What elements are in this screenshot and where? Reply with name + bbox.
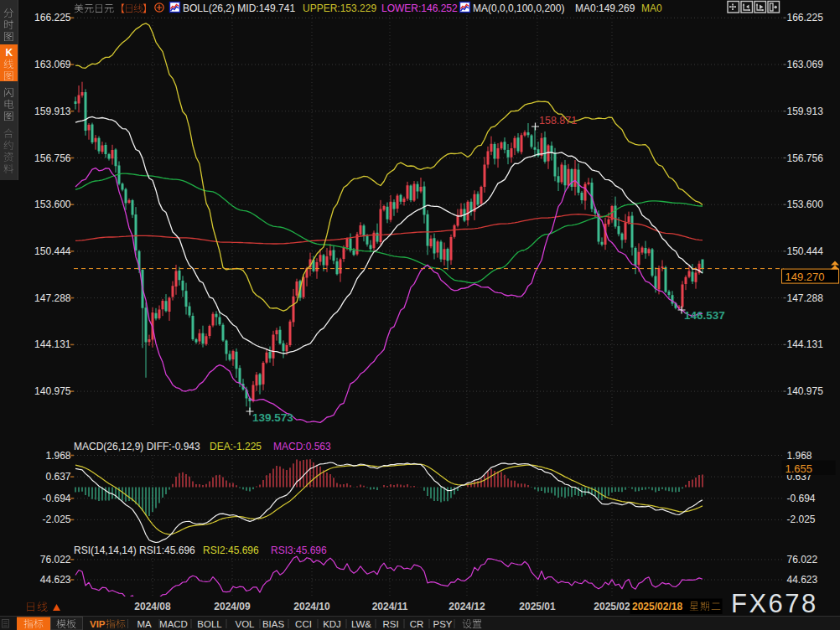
svg-text:139.573: 139.573 [252,411,293,424]
svg-text:-2.025: -2.025 [42,514,70,525]
svg-text:RSI2:45.696: RSI2:45.696 [203,545,259,556]
svg-text:0.637: 0.637 [45,471,70,483]
svg-text:140.975: 140.975 [34,385,71,397]
svg-text:MACD: MACD [159,619,188,629]
svg-text:1.968: 1.968 [45,450,70,462]
svg-text:163.069: 163.069 [787,59,824,70]
svg-text:2024/12: 2024/12 [449,601,485,612]
svg-text:-0.694: -0.694 [42,493,70,504]
svg-text:MA(0,0,0,100,0,200): MA(0,0,0,100,0,200) [473,3,564,14]
svg-text:MA0:149.269: MA0:149.269 [575,3,635,14]
svg-text:2024/08: 2024/08 [134,601,171,612]
svg-text:140.975: 140.975 [787,385,824,397]
svg-text:FX678: FX678 [731,589,818,618]
svg-text:CR: CR [410,619,424,629]
svg-text:-2.025: -2.025 [787,514,816,525]
svg-text:MA: MA [137,619,152,629]
svg-text:BOLL: BOLL [197,619,222,629]
svg-text:144.131: 144.131 [34,338,71,350]
svg-text:44.623: 44.623 [787,574,818,586]
svg-text:153.600: 153.600 [34,199,71,210]
svg-text:-0.694: -0.694 [787,493,816,504]
svg-text:149.270: 149.270 [786,271,825,283]
svg-text:76.022: 76.022 [787,554,818,565]
svg-text:156.756: 156.756 [34,152,71,164]
svg-text:MACD(26,12,9) DIFF:-0.943: MACD(26,12,9) DIFF:-0.943 [74,441,200,452]
svg-text:158.871: 158.871 [539,115,577,127]
svg-text:2024/09: 2024/09 [214,601,251,612]
svg-text:DEA:-1.225: DEA:-1.225 [210,441,262,452]
svg-text:44.623: 44.623 [40,574,71,586]
svg-text:2025/02/18: 2025/02/18 [632,601,682,612]
svg-text:1.968: 1.968 [787,450,812,462]
svg-text:153.600: 153.600 [787,199,824,210]
svg-text:150.444: 150.444 [787,245,824,257]
svg-text:2024/10: 2024/10 [293,601,330,612]
svg-text:156.756: 156.756 [787,152,824,164]
svg-text:147.288: 147.288 [34,292,71,304]
svg-text:MACD:0.563: MACD:0.563 [273,441,331,452]
svg-text:MA0: MA0 [641,3,662,14]
svg-text:76.022: 76.022 [40,554,71,565]
svg-text:UPPER:153.229: UPPER:153.229 [303,3,376,14]
svg-text:RSI(14,14,14) RSI1:45.696: RSI(14,14,14) RSI1:45.696 [74,545,195,556]
svg-text:BOLL(26,2) MID:149.741: BOLL(26,2) MID:149.741 [183,3,295,14]
svg-text:144.131: 144.131 [787,338,824,350]
svg-text:166.225: 166.225 [787,12,824,23]
svg-text:163.069: 163.069 [34,59,71,70]
svg-text:159.913: 159.913 [34,106,71,117]
svg-text:166.225: 166.225 [34,12,71,23]
svg-text:146.537: 146.537 [684,309,725,322]
svg-text:150.444: 150.444 [34,245,71,257]
svg-text:RSI3:45.696: RSI3:45.696 [271,545,327,556]
svg-text:K: K [6,47,13,59]
svg-text:2024/11: 2024/11 [372,601,408,612]
svg-text:BIAS: BIAS [262,619,285,629]
svg-text:1.655: 1.655 [786,462,813,475]
svg-text:PSY: PSY [433,619,452,629]
svg-text:LW&: LW& [351,619,371,629]
svg-text:2025/02: 2025/02 [594,601,630,612]
svg-text:KDJ: KDJ [323,619,341,629]
svg-text:RSI: RSI [382,619,398,629]
svg-text:159.913: 159.913 [787,106,824,117]
svg-text:147.288: 147.288 [787,292,824,304]
svg-text:VOL: VOL [235,619,255,629]
svg-text:CCI: CCI [295,619,312,629]
svg-text:2025/01: 2025/01 [519,601,556,612]
svg-text:LOWER:146.252: LOWER:146.252 [381,3,458,14]
svg-text:VIP: VIP [90,619,106,629]
